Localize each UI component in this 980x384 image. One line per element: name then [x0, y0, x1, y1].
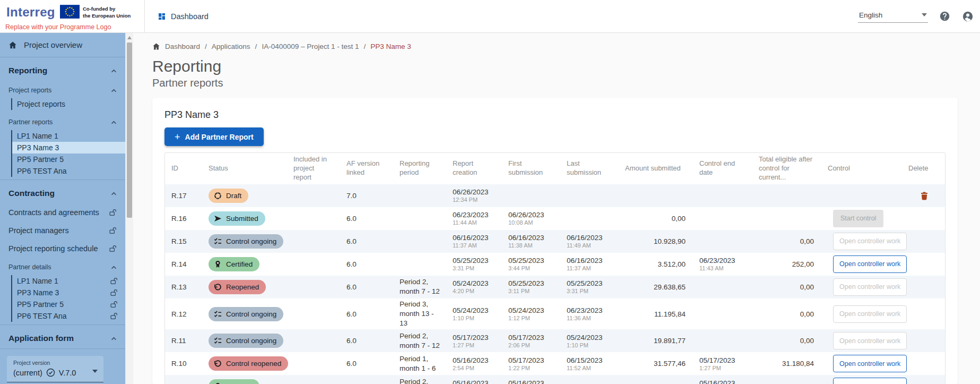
sidebar-item-lp1-name-1[interactable]: LP1 Name 1	[12, 275, 125, 287]
sidebar-item-lp1-name-1[interactable]: LP1 Name 1	[12, 130, 125, 142]
profile-button[interactable]	[961, 10, 975, 23]
breadcrumb-item-dashboard[interactable]: Dashboard	[165, 42, 200, 50]
sidebar-item-project-reporting-schedule[interactable]: Project reporting schedule	[0, 240, 125, 258]
control-cell: Open controller work	[821, 253, 902, 276]
report-row-r-11[interactable]: R.11Control ongoing6.0Period 2,month 7 -…	[165, 329, 946, 352]
sidebar-item-contracting[interactable]: Contracting	[0, 180, 125, 203]
sidebar-item-project-reports[interactable]: Project reports	[12, 98, 125, 110]
scrollbar-thumb[interactable]	[127, 42, 132, 218]
delete-report-button[interactable]	[920, 191, 929, 200]
amount-submitted-cell: 29.638,65	[619, 276, 693, 298]
last-submission-cell: 05/24/20231:10 PM	[560, 329, 619, 352]
check-circle-icon	[46, 368, 55, 377]
sidebar-item-pp3-name-3[interactable]: PP3 Name 3	[12, 287, 125, 298]
sidebar-item-label: Project overview	[24, 40, 82, 49]
top-right-controls: English	[858, 0, 980, 32]
breadcrumb-item-applications[interactable]: Applications	[212, 42, 250, 50]
time-value: 1:12 PM	[508, 315, 554, 321]
start-control-button[interactable]: Start control	[833, 210, 883, 227]
report-row-r-13[interactable]: R.13Reopened6.0Period 2,month 7 - 1205/2…	[165, 276, 946, 298]
open-controller-work-button[interactable]: Open controller work	[833, 332, 907, 349]
scrollbar-up-arrow[interactable]	[127, 36, 132, 39]
last-submission-cell	[560, 207, 619, 230]
report-row-r-12[interactable]: R.12Control ongoing6.0Period 3,month 13 …	[165, 298, 946, 330]
sidebar-item-pp3-name-3[interactable]: PP3 Name 3	[12, 142, 125, 153]
period-line2: month 7 - 12	[400, 341, 440, 351]
status-label: Certified	[226, 260, 253, 268]
control-cell: Open controller work	[821, 298, 902, 330]
sidebar-scrollbar[interactable]	[125, 33, 133, 384]
time-value: 11:38 AM	[508, 242, 554, 249]
report-creation-cell: 06/16/202311:37 AM	[446, 230, 502, 253]
report-row-r-9[interactable]: R.9CertifiedPR.26.0Period 2,month 7 - 12…	[165, 375, 946, 384]
control-cell: Open controller work	[821, 375, 902, 384]
cofunded-text: Co-funded by the European Union	[83, 6, 131, 20]
reporting-period-cell: Period 2,month 7 - 12	[393, 375, 446, 384]
sidebar-item-pp6-test-ana[interactable]: PP6 TEST Ana	[12, 165, 125, 177]
project-version-label: Project version	[13, 360, 97, 366]
column-header-included-in-project-report: Included in project report	[287, 153, 340, 184]
open-controller-work-button[interactable]: Open controller work	[833, 378, 907, 384]
status-badge-control-ongoing: Control ongoing	[209, 307, 283, 321]
time-value: 12:34 PM	[453, 197, 496, 203]
status-label: Reopened	[226, 283, 259, 291]
status-badge-draft: Draft	[209, 189, 248, 203]
open-controller-work-button[interactable]: Open controller work	[833, 255, 907, 273]
reporting-period-cell: Period 1,month 1 - 6	[393, 352, 446, 375]
report-row-r-17[interactable]: R.17Draft7.006/26/202312:34 PM	[165, 184, 946, 207]
sidebar-item-project-reports[interactable]: Project reports	[0, 81, 125, 97]
status-cell: Control ongoing	[202, 298, 287, 330]
date-value: 05/25/2023	[567, 279, 612, 287]
first-submission-cell	[502, 184, 560, 207]
last-submission-cell: 06/15/202311:52 AM	[560, 352, 619, 375]
sidebar-item-partner-reports[interactable]: Partner reports	[0, 113, 125, 129]
dashboard-nav-label: Dashboard	[171, 12, 209, 21]
open-controller-work-button[interactable]: Open controller work	[833, 278, 907, 296]
delete-cell	[902, 375, 946, 384]
report-row-r-16[interactable]: R.16Submitted6.006/23/202311:44 AM06/26/…	[165, 207, 946, 230]
project-version-select[interactable]: Project version (current) V.7.0	[7, 356, 103, 382]
period-line1: Period 2,	[400, 277, 440, 287]
date-value: 05/25/2023	[453, 257, 496, 264]
app-screen: Interreg Co-funded by the European Union…	[0, 0, 980, 384]
add-partner-report-button[interactable]: + Add Partner Report	[164, 127, 264, 146]
sidebar-item-pp5-partner-5[interactable]: PP5 Partner 5	[12, 298, 125, 310]
open-controller-work-button[interactable]: Open controller work	[833, 233, 907, 250]
time-value: 1:10 PM	[567, 342, 612, 348]
sidebar-item-pp5-partner-5[interactable]: PP5 Partner 5	[12, 153, 125, 165]
af-version-cell: 6.0	[340, 276, 393, 298]
home-icon[interactable]	[152, 42, 160, 50]
report-row-r-10[interactable]: R.10Control reopened6.0Period 1,month 1 …	[165, 352, 946, 375]
breadcrumb-item-ia-0400009-project-1-test-1[interactable]: IA-0400009 – Project 1 - test 1	[262, 42, 359, 50]
delete-cell	[902, 276, 946, 298]
help-button[interactable]	[938, 10, 951, 23]
last-submission-cell	[560, 184, 619, 207]
total-eligible-cell: 0,00	[752, 329, 821, 352]
date-value: 05/25/2023	[508, 257, 554, 264]
report-id-cell: R.12	[165, 298, 202, 330]
sidebar-item-partner-details[interactable]: Partner details	[0, 258, 125, 274]
delete-cell	[902, 253, 946, 276]
reports-table-container: IDStatusIncluded in project reportAF ver…	[164, 152, 946, 384]
status-label: Control reopened	[226, 360, 281, 368]
page-subtitle: Partner reports	[152, 77, 980, 89]
dashboard-nav-button[interactable]: Dashboard	[145, 0, 221, 32]
af-version-cell: 7.0	[340, 184, 393, 207]
report-row-r-14[interactable]: R.14Certified6.005/25/20233:31 PM05/25/2…	[165, 253, 946, 276]
sidebar-item-application-form[interactable]: Application form	[0, 325, 125, 348]
sidebar-item-project-managers[interactable]: Project managers	[0, 221, 125, 240]
language-select[interactable]: English	[858, 10, 928, 23]
date-value: 05/16/2023	[453, 379, 496, 384]
report-row-r-15[interactable]: R.15Control ongoing6.006/16/202311:37 AM…	[165, 230, 946, 253]
date-value: 05/24/2023	[453, 279, 496, 287]
report-creation-cell: 05/16/20232:54 PM	[446, 352, 502, 375]
sidebar-item-project-overview[interactable]: Project overview	[0, 33, 125, 57]
sidebar-item-pp6-test-ana[interactable]: PP6 TEST Ana	[12, 310, 125, 322]
open-controller-work-button[interactable]: Open controller work	[833, 305, 907, 323]
sidebar-item-reporting[interactable]: Reporting	[0, 57, 125, 81]
status-label: Control ongoing	[226, 337, 276, 345]
reporting-period-cell: Period 3,month 13 - 13	[393, 298, 446, 330]
control-cell: Open controller work	[821, 329, 902, 352]
open-controller-work-button[interactable]: Open controller work	[833, 355, 907, 372]
sidebar-item-contracts-and-agreements[interactable]: Contracts and agreements	[0, 203, 125, 221]
